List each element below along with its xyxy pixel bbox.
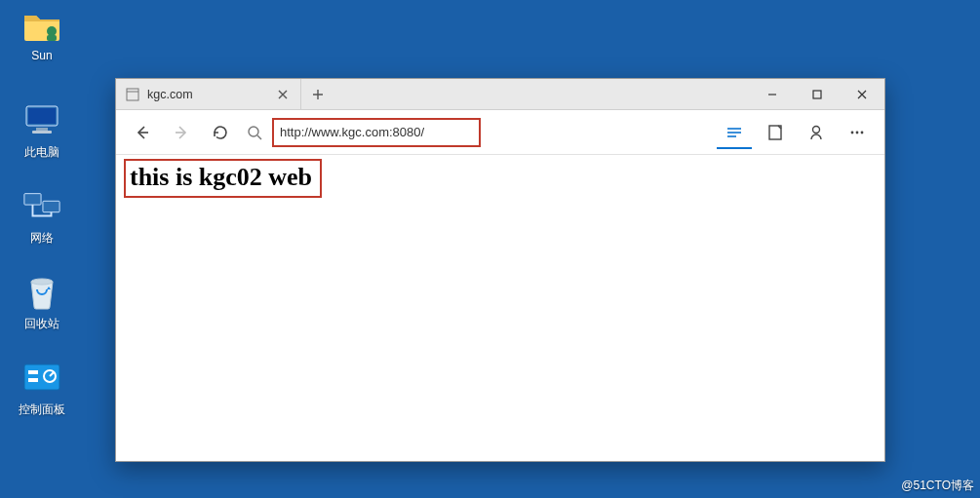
network-icon bbox=[22, 187, 61, 226]
desktop-icon-this-pc[interactable]: 此电脑 bbox=[6, 101, 78, 161]
tab-active[interactable]: kgc.com bbox=[116, 79, 301, 109]
window-maximize-button[interactable] bbox=[795, 79, 840, 109]
svg-line-21 bbox=[257, 135, 261, 139]
desktop-icon-label: 回收站 bbox=[24, 316, 59, 332]
svg-rect-10 bbox=[28, 370, 38, 374]
desktop-icon-recycle-bin[interactable]: 回收站 bbox=[6, 273, 78, 332]
window-controls bbox=[750, 79, 884, 109]
address-bar[interactable] bbox=[274, 120, 479, 145]
svg-point-20 bbox=[249, 127, 258, 136]
forward-button[interactable] bbox=[165, 116, 198, 149]
browser-toolbar bbox=[116, 110, 884, 155]
page-icon bbox=[126, 88, 139, 101]
control-panel-icon bbox=[22, 359, 61, 398]
recycle-bin-icon bbox=[22, 273, 61, 312]
desktop-icon-label: 控制面板 bbox=[19, 402, 65, 418]
svg-rect-11 bbox=[28, 378, 38, 382]
svg-rect-9 bbox=[24, 364, 59, 390]
tab-close-button[interactable] bbox=[275, 87, 291, 102]
svg-rect-3 bbox=[28, 108, 56, 124]
svg-point-28 bbox=[856, 131, 859, 134]
tab-title: kgc.com bbox=[147, 88, 267, 101]
tab-strip: kgc.com bbox=[116, 79, 884, 110]
computer-icon bbox=[22, 101, 61, 140]
desktop-icon-label: 网络 bbox=[30, 230, 54, 247]
desktop: Sun 此电脑 网络 bbox=[0, 0, 980, 498]
notes-button[interactable] bbox=[758, 116, 793, 149]
svg-point-8 bbox=[31, 279, 53, 285]
desktop-icon-label: Sun bbox=[31, 49, 52, 62]
desktop-icon-label: 此电脑 bbox=[24, 144, 59, 161]
refresh-button[interactable] bbox=[204, 116, 237, 149]
new-tab-button[interactable] bbox=[301, 79, 334, 109]
svg-rect-17 bbox=[813, 91, 821, 98]
svg-point-27 bbox=[851, 131, 854, 134]
svg-rect-7 bbox=[43, 201, 59, 211]
content-highlight: this is kgc02 web bbox=[124, 159, 322, 198]
folder-user-icon bbox=[22, 6, 61, 45]
svg-point-26 bbox=[813, 126, 820, 133]
more-button[interactable] bbox=[840, 116, 875, 149]
back-button[interactable] bbox=[126, 116, 159, 149]
page-heading: this is kgc02 web bbox=[130, 163, 312, 192]
share-button[interactable] bbox=[799, 116, 834, 149]
watermark: @51CTO博客 bbox=[901, 478, 974, 494]
svg-rect-14 bbox=[127, 89, 138, 100]
svg-rect-1 bbox=[47, 35, 57, 41]
search-icon bbox=[247, 125, 262, 140]
window-minimize-button[interactable] bbox=[750, 79, 795, 109]
browser-window: kgc.com bbox=[115, 78, 885, 462]
desktop-icon-control-panel[interactable]: 控制面板 bbox=[6, 359, 78, 418]
reading-view-button[interactable] bbox=[717, 116, 752, 149]
svg-point-0 bbox=[47, 26, 57, 36]
desktop-icon-sun[interactable]: Sun bbox=[6, 6, 78, 62]
svg-rect-5 bbox=[32, 131, 52, 134]
address-bar-highlight bbox=[272, 118, 481, 147]
page-content: this is kgc02 web bbox=[116, 155, 884, 461]
desktop-icon-network[interactable]: 网络 bbox=[6, 187, 78, 247]
svg-point-29 bbox=[861, 131, 864, 134]
window-close-button[interactable] bbox=[840, 79, 884, 109]
svg-rect-6 bbox=[24, 194, 41, 205]
svg-rect-4 bbox=[36, 128, 48, 131]
